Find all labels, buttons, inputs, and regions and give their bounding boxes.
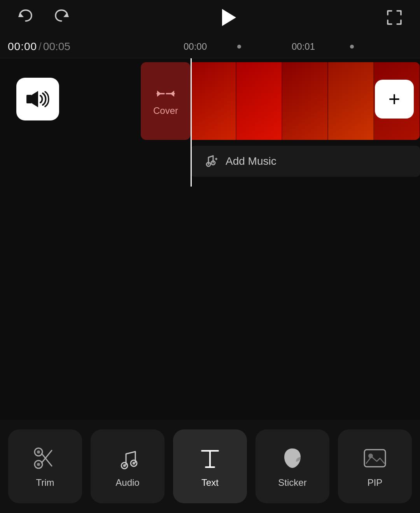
sticker-label: Sticker (278, 477, 306, 488)
pip-icon (361, 445, 388, 472)
add-clip-icon: + (388, 89, 400, 109)
time-separator: / (38, 40, 42, 53)
play-icon (222, 9, 236, 26)
video-frame-1 (191, 62, 236, 140)
sticker-button[interactable]: Sticker (256, 429, 329, 503)
ruler-time-0: 00:00 (184, 41, 207, 52)
cover-label: Cover (153, 105, 178, 116)
svg-point-11 (37, 450, 40, 454)
sticker-icon (279, 445, 306, 472)
svg-marker-5 (170, 91, 174, 97)
add-music-label: Add Music (226, 155, 276, 168)
trim-icon (32, 445, 59, 472)
audio-button[interactable]: Audio (91, 429, 164, 503)
fullscreen-button[interactable] (384, 7, 404, 28)
svg-rect-16 (364, 450, 385, 467)
timeline-ruler: 00:00 / 00:05 00:00 00:01 (0, 35, 420, 58)
top-toolbar (0, 0, 420, 35)
play-button[interactable] (215, 5, 240, 30)
svg-marker-4 (157, 91, 161, 97)
add-music-button[interactable]: Add Music (191, 146, 420, 177)
svg-point-13 (123, 464, 126, 467)
add-clip-button[interactable]: + (375, 80, 414, 119)
ruler-dot-1 (237, 45, 241, 49)
trim-label: Trim (36, 477, 54, 488)
svg-point-9 (37, 463, 40, 466)
svg-rect-2 (26, 95, 32, 103)
ruler-time-1: 00:01 (292, 41, 315, 52)
video-frame-4 (328, 62, 374, 140)
total-time: 00:05 (43, 40, 70, 53)
pip-label: PIP (368, 477, 383, 488)
pip-button[interactable]: PIP (338, 429, 412, 503)
current-time: 00:00 (8, 40, 37, 53)
toolbar-left (16, 7, 72, 28)
video-frame-3 (282, 62, 328, 140)
timeline-area: Cover + Add Music (0, 58, 420, 187)
playhead (191, 58, 192, 187)
volume-button[interactable] (16, 78, 59, 120)
ruler-dot-2 (350, 45, 354, 49)
svg-point-15 (133, 462, 135, 465)
trim-button[interactable]: Trim (8, 429, 82, 503)
undo-button[interactable] (16, 7, 36, 28)
text-button[interactable]: Text (173, 429, 247, 503)
audio-icon (114, 445, 141, 472)
video-frame-2 (236, 62, 282, 140)
text-label: Text (201, 477, 219, 488)
text-icon (196, 445, 224, 472)
redo-button[interactable] (51, 7, 72, 28)
svg-marker-3 (32, 91, 38, 107)
empty-canvas-area (0, 187, 420, 420)
audio-label: Audio (116, 477, 139, 488)
bottom-toolbar: Trim Audio Text (0, 420, 420, 513)
cover-button[interactable]: Cover (141, 62, 191, 140)
